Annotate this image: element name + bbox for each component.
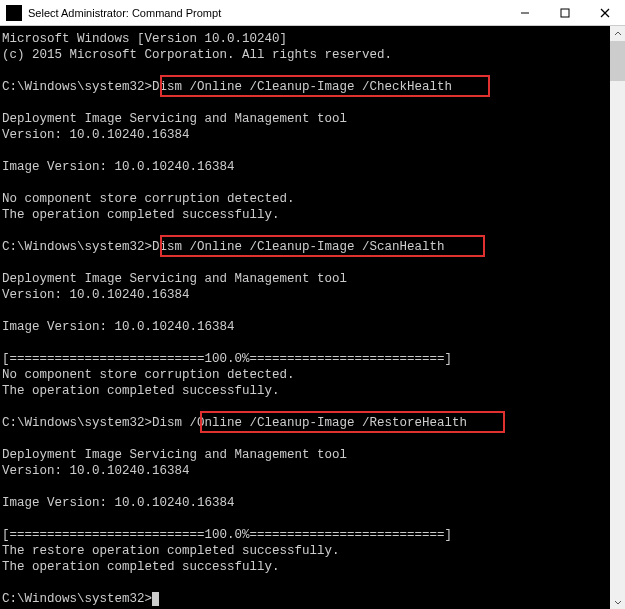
window-title: Select Administrator: Command Prompt — [28, 7, 505, 19]
output-line: Deployment Image Servicing and Managemen… — [2, 272, 347, 286]
svg-rect-1 — [561, 9, 569, 17]
cursor — [152, 592, 159, 606]
minimize-icon — [520, 8, 530, 18]
output-line: Image Version: 10.0.10240.16384 — [2, 496, 235, 510]
output-line: Microsoft Windows [Version 10.0.10240] — [2, 32, 287, 46]
minimize-button[interactable] — [505, 0, 545, 25]
output-line: The operation completed successfully. — [2, 208, 280, 222]
window-controls — [505, 0, 625, 25]
close-icon — [600, 8, 610, 18]
output-line: No component store corruption detected. — [2, 192, 295, 206]
output-line: Version: 10.0.10240.16384 — [2, 464, 190, 478]
output-line: Image Version: 10.0.10240.16384 — [2, 160, 235, 174]
scroll-thumb[interactable] — [610, 41, 625, 81]
maximize-icon — [560, 8, 570, 18]
scroll-track[interactable] — [610, 41, 625, 594]
close-button[interactable] — [585, 0, 625, 25]
vertical-scrollbar[interactable] — [610, 26, 625, 609]
output-line: Version: 10.0.10240.16384 — [2, 128, 190, 142]
command-line: C:\Windows\system32>Dism /Online /Cleanu… — [2, 80, 452, 94]
progress-line: [==========================100.0%=======… — [2, 352, 452, 366]
output-line: The operation completed successfully. — [2, 384, 280, 398]
output-line: Deployment Image Servicing and Managemen… — [2, 448, 347, 462]
chevron-down-icon — [614, 598, 622, 606]
chevron-up-icon — [614, 30, 622, 38]
maximize-button[interactable] — [545, 0, 585, 25]
scroll-up-button[interactable] — [610, 26, 625, 41]
output-line: Image Version: 10.0.10240.16384 — [2, 320, 235, 334]
command-line: C:\Windows\system32>Dism /Online /Cleanu… — [2, 416, 467, 430]
output-line: (c) 2015 Microsoft Corporation. All righ… — [2, 48, 392, 62]
app-icon — [6, 5, 22, 21]
progress-line: [==========================100.0%=======… — [2, 528, 452, 542]
terminal-output[interactable]: Microsoft Windows [Version 10.0.10240] (… — [0, 26, 625, 609]
output-line: The restore operation completed successf… — [2, 544, 340, 558]
command-line: C:\Windows\system32>Dism /Online /Cleanu… — [2, 240, 445, 254]
output-line: The operation completed successfully. — [2, 560, 280, 574]
title-bar: Select Administrator: Command Prompt — [0, 0, 625, 26]
output-line: Version: 10.0.10240.16384 — [2, 288, 190, 302]
output-line: Deployment Image Servicing and Managemen… — [2, 112, 347, 126]
output-line: No component store corruption detected. — [2, 368, 295, 382]
scroll-down-button[interactable] — [610, 594, 625, 609]
prompt-line: C:\Windows\system32> — [2, 592, 152, 606]
